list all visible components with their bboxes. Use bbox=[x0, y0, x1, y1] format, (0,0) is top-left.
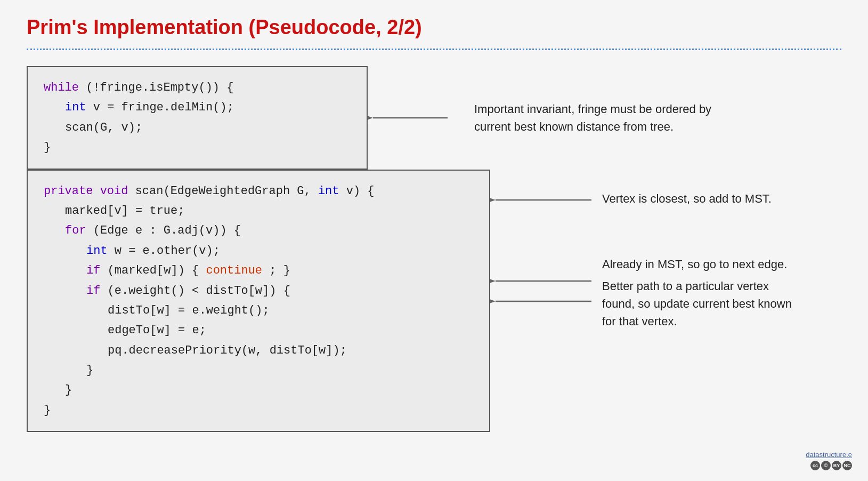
scan-line-10: } bbox=[44, 360, 473, 380]
scan-line-5: if (marked[w]) { continue ; } bbox=[44, 261, 473, 280]
diagram-wrapper: while (!fringe.isEmpty()) { int v = frin… bbox=[27, 66, 847, 432]
top-section: while (!fringe.isEmpty()) { int v = frin… bbox=[27, 66, 847, 170]
page-title: Prim's Implementation (Pseudocode, 2/2) bbox=[27, 16, 841, 39]
code-line-4: } bbox=[44, 138, 351, 157]
cc-icon: cc bbox=[810, 461, 820, 470]
scan-line-11: } bbox=[44, 380, 473, 400]
code-line-2: int v = fringe.delMin(); bbox=[44, 98, 351, 117]
scan-line-3: for (Edge e : G.adj(v)) { bbox=[44, 221, 473, 240]
scan-line-9: pq.decreasePriority(w, distTo[w]); bbox=[44, 341, 473, 360]
scan-line-8: edgeTo[w] = e; bbox=[44, 320, 473, 340]
footer: datastructure.e cc © BY NC bbox=[806, 451, 852, 470]
scan-line-4: int w = e.other(v); bbox=[44, 241, 473, 261]
scan-line-6: if (e.weight() < distTo[w]) { bbox=[44, 281, 473, 301]
top-arrow-container bbox=[368, 97, 453, 139]
section-divider bbox=[27, 49, 841, 50]
footer-link[interactable]: datastructure.e bbox=[806, 451, 852, 459]
top-annotation: Important invariant, fringe must be orde… bbox=[453, 100, 711, 135]
copyright-icon: © bbox=[821, 461, 831, 470]
top-arrow-svg bbox=[368, 97, 453, 139]
bottom-code-block: private void scan(EdgeWeightedGraph G, i… bbox=[27, 170, 490, 432]
kw-while: while bbox=[44, 81, 79, 94]
nc-icon: NC bbox=[842, 461, 852, 470]
kw-int-2: int bbox=[318, 185, 339, 198]
bottom-right-panel: Vertex is closest, so add to MST. Alread… bbox=[490, 170, 792, 330]
scan-line-7: distTo[w] = e.weight(); bbox=[44, 301, 473, 320]
kw-int-3: int bbox=[86, 244, 108, 258]
annot-mst: Vertex is closest, so add to MST. bbox=[602, 190, 792, 207]
scan-line-2: marked[v] = true; bbox=[44, 201, 473, 221]
bottom-annotations-container: Vertex is closest, so add to MST. Alread… bbox=[496, 170, 792, 330]
code-line-1: while (!fringe.isEmpty()) { bbox=[44, 78, 351, 98]
scan-line-12: } bbox=[44, 400, 473, 420]
top-code-block: while (!fringe.isEmpty()) { int v = frin… bbox=[27, 66, 368, 170]
annot-next-edge: Already in MST, so go to next edge. bbox=[602, 255, 792, 273]
code-line-3: scan(G, v); bbox=[44, 118, 351, 138]
kw-int-1: int bbox=[65, 101, 86, 114]
cc-badge: cc © BY NC bbox=[810, 461, 852, 470]
scan-line-1: private void scan(EdgeWeightedGraph G, i… bbox=[44, 181, 473, 201]
annot-better-path: Better path to a particular vertex found… bbox=[602, 277, 792, 330]
by-icon: BY bbox=[832, 461, 841, 470]
bottom-section: private void scan(EdgeWeightedGraph G, i… bbox=[27, 170, 847, 432]
